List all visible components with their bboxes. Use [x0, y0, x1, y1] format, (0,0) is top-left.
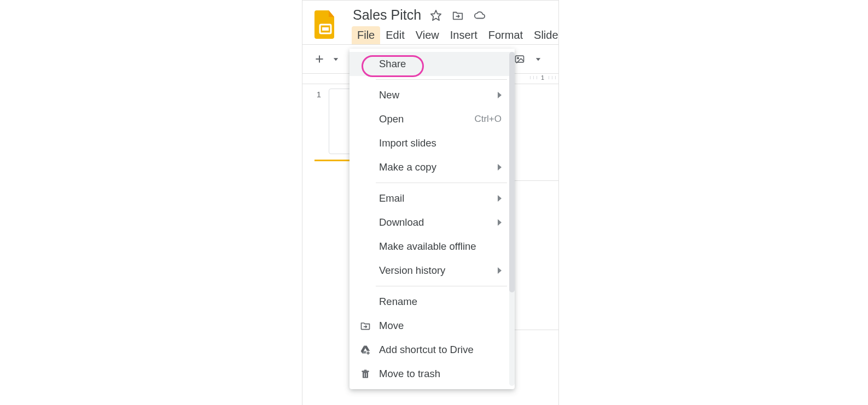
submenu-arrow-icon [498, 164, 502, 171]
svg-rect-18 [364, 370, 367, 371]
menubar-item-file[interactable]: File [352, 26, 380, 45]
menu-item-label: Version history [379, 265, 498, 277]
app-frame: Sales Pitch [302, 0, 559, 405]
menu-item-move[interactable]: Move [349, 314, 515, 338]
svg-marker-2 [431, 10, 441, 20]
blank-icon [359, 161, 371, 173]
menu-item-rename[interactable]: Rename [349, 290, 515, 314]
menu-separator [376, 183, 507, 183]
svg-rect-1 [322, 27, 329, 31]
blank-icon [359, 89, 371, 101]
menubar: File Edit View Insert Format Slide [352, 26, 564, 45]
menu-item-version-history[interactable]: Version history [349, 259, 515, 283]
menu-item-make-available-offline[interactable]: Make available offline [349, 234, 515, 259]
submenu-arrow-icon [498, 195, 502, 202]
svg-rect-20 [366, 373, 366, 377]
file-menu-dropdown: Share New Open Ctrl+O Import slides Make… [349, 49, 515, 389]
blank-icon [359, 240, 371, 253]
new-slide-dropdown[interactable] [327, 50, 345, 68]
menu-item-add-shortcut-to-drive[interactable]: Add shortcut to Drive [349, 338, 515, 362]
drive-icon [359, 344, 371, 356]
menubar-item-edit[interactable]: Edit [380, 26, 410, 45]
submenu-arrow-icon [498, 92, 502, 98]
trash-icon [359, 368, 371, 380]
menu-item-label: Make a copy [379, 161, 498, 173]
menu-item-label: New [379, 89, 498, 101]
insert-image-dropdown[interactable] [529, 50, 547, 68]
menu-item-label: Make available offline [379, 240, 502, 253]
menubar-item-format[interactable]: Format [483, 26, 528, 45]
menu-separator [376, 79, 507, 80]
dropdown-scrollbar[interactable] [509, 52, 515, 386]
blank-icon [359, 113, 371, 125]
menu-separator [376, 286, 507, 286]
blank-icon [359, 296, 371, 308]
menu-item-download[interactable]: Download [349, 210, 515, 234]
menu-item-label: Rename [379, 296, 502, 308]
menu-item-label: Import slides [379, 137, 502, 149]
document-title[interactable]: Sales Pitch [353, 7, 421, 23]
svg-rect-7 [516, 56, 524, 62]
svg-marker-5 [334, 58, 338, 61]
menu-item-label: Email [379, 192, 498, 204]
menu-item-new[interactable]: New [349, 83, 515, 107]
menu-item-make-a-copy[interactable]: Make a copy [349, 155, 515, 179]
menu-item-label: Move to trash [379, 368, 502, 380]
blank-icon [359, 192, 371, 204]
menu-item-move-to-trash[interactable]: Move to trash [349, 362, 515, 386]
menu-item-share[interactable]: Share [349, 52, 515, 76]
svg-rect-16 [363, 372, 368, 378]
menu-item-label: Share [379, 58, 502, 70]
menu-item-import-slides[interactable]: Import slides [349, 131, 515, 155]
menu-item-label: Move [379, 320, 502, 332]
cloud-status-icon[interactable] [473, 8, 487, 22]
dropdown-scrollbar-thumb[interactable] [509, 52, 515, 292]
submenu-arrow-icon [498, 267, 502, 274]
menu-item-email[interactable]: Email [349, 186, 515, 210]
blank-icon [359, 58, 371, 70]
blank-icon [359, 265, 371, 277]
menu-item-open[interactable]: Open Ctrl+O [349, 107, 515, 131]
blank-icon [359, 137, 371, 149]
menu-item-label: Download [379, 216, 498, 228]
move-icon [359, 320, 371, 332]
new-slide-button[interactable] [310, 50, 329, 68]
titlebar: Sales Pitch [302, 1, 558, 44]
menu-item-label: Open [379, 113, 474, 125]
slide-number: 1 [314, 90, 321, 99]
submenu-arrow-icon [498, 219, 502, 226]
menu-item-label: Add shortcut to Drive [379, 344, 502, 356]
move-to-folder-icon[interactable] [451, 8, 465, 22]
slides-app-icon [314, 10, 336, 39]
menubar-item-view[interactable]: View [410, 26, 445, 45]
menubar-item-slide[interactable]: Slide [528, 26, 563, 45]
svg-marker-9 [536, 58, 540, 61]
menubar-item-insert[interactable]: Insert [445, 26, 483, 45]
menu-item-shortcut: Ctrl+O [474, 114, 502, 125]
svg-rect-19 [364, 373, 365, 377]
svg-point-8 [517, 57, 519, 59]
star-icon[interactable] [429, 8, 443, 22]
svg-rect-17 [362, 371, 369, 372]
blank-icon [359, 216, 371, 228]
